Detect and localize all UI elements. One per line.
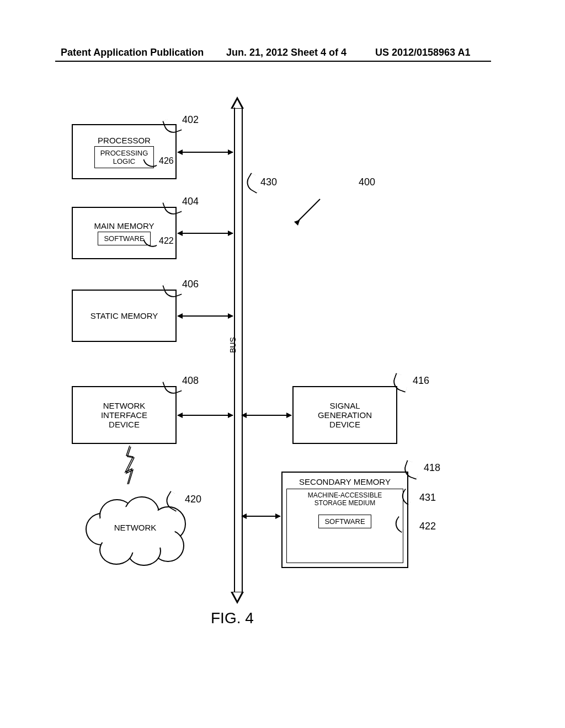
ref-408: 408	[182, 375, 199, 387]
ref-422a: 422	[159, 236, 174, 246]
main-memory-label: MAIN MEMORY	[94, 221, 154, 231]
processing-logic-label: PROCESSING LOGIC	[100, 149, 148, 165]
ref-426: 426	[159, 156, 174, 166]
secondary-memory-label: SECONDARY MEMORY	[299, 477, 391, 486]
static-memory-label: STATIC MEMORY	[90, 311, 158, 320]
machine-medium-block: MACHINE-ACCESSIBLE STORAGE MEDIUM SOFTWA…	[286, 489, 403, 563]
connector-bus-secondary	[242, 516, 280, 517]
machine-medium-label: MACHINE-ACCESSIBLE STORAGE MEDIUM	[292, 491, 397, 507]
ref-416: 416	[413, 375, 429, 387]
software2-label: SOFTWARE	[324, 517, 365, 526]
bus-arrow-down-icon	[231, 592, 244, 604]
wireless-link-icon	[124, 446, 135, 484]
processor-label: PROCESSOR	[98, 136, 151, 145]
network-interface-label: NETWORK INTERFACE DEVICE	[101, 401, 147, 429]
ref-406: 406	[182, 279, 199, 290]
ref-418: 418	[424, 462, 440, 474]
patent-figure-page: Patent Application Publication Jun. 21, …	[0, 0, 565, 728]
software-block: SOFTWARE	[98, 232, 150, 245]
ref-404: 404	[182, 196, 199, 207]
secondary-memory-block: SECONDARY MEMORY MACHINE-ACCESSIBLE STOR…	[281, 472, 408, 568]
ref-400: 400	[359, 176, 375, 188]
figure-caption: FIG. 4	[211, 609, 254, 627]
connector-processor-bus	[178, 152, 233, 153]
bus-arrow-up-icon	[231, 97, 244, 109]
ref-402: 402	[182, 114, 199, 126]
main-memory-block: MAIN MEMORY SOFTWARE	[72, 207, 177, 259]
header-rule	[55, 61, 491, 62]
signal-generation-label: SIGNAL GENERATION DEVICE	[318, 401, 372, 429]
software-label: SOFTWARE	[104, 234, 144, 243]
header-right: US 2012/0158963 A1	[375, 47, 470, 58]
header-mid: Jun. 21, 2012 Sheet 4 of 4	[226, 47, 347, 58]
static-memory-block: STATIC MEMORY	[72, 290, 177, 342]
network-interface-block: NETWORK INTERFACE DEVICE	[72, 386, 177, 444]
processor-block: PROCESSOR PROCESSING LOGIC	[72, 124, 177, 179]
connector-bus-signal	[242, 415, 291, 416]
software2-block: SOFTWARE	[318, 515, 371, 528]
ref-431: 431	[419, 492, 436, 504]
connector-staticmem-bus	[178, 315, 233, 317]
connector-mainmem-bus	[178, 233, 233, 234]
processing-logic-block: PROCESSING LOGIC	[94, 146, 154, 168]
network-label: NETWORK	[86, 523, 185, 532]
signal-generation-block: SIGNAL GENERATION DEVICE	[292, 386, 397, 444]
bus-label: BUS	[228, 337, 237, 353]
ref-422b: 422	[419, 521, 436, 532]
ref-420: 420	[185, 494, 201, 505]
connector-nid-bus	[178, 415, 233, 416]
ref-430: 430	[260, 176, 277, 188]
header-left: Patent Application Publication	[61, 47, 204, 58]
